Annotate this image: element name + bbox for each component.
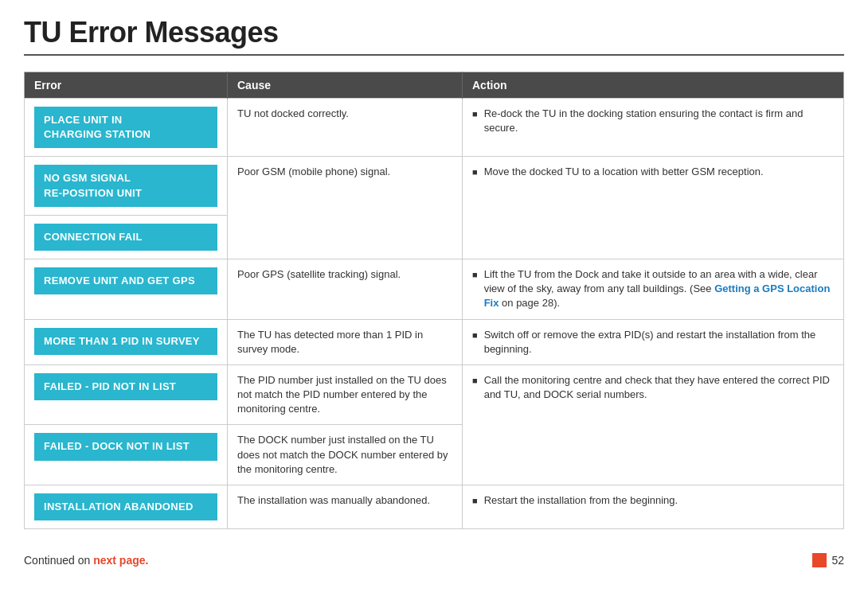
error-badge: CONNECTION FAIL	[34, 224, 217, 251]
error-cell: CONNECTION FAIL	[25, 215, 228, 259]
cause-cell: TU not docked correctly.	[228, 99, 463, 157]
cause-cell: The TU has detected more than 1 PID in s…	[228, 319, 463, 364]
table-row: REMOVE UNIT AND GET GPS Poor GPS (satell…	[25, 259, 844, 319]
error-cell: REMOVE UNIT AND GET GPS	[25, 259, 228, 319]
table-row: MORE THAN 1 PID IN SURVEY The TU has det…	[25, 319, 844, 364]
bullet-icon: ■	[472, 108, 478, 120]
cause-cell: The PID number just installed on the TU …	[228, 364, 463, 425]
error-cell: FAILED - DOCK NOT IN LIST	[25, 425, 228, 485]
gps-link[interactable]: Getting a GPS Location Fix	[484, 283, 831, 309]
page-number-icon	[812, 553, 827, 567]
bullet-icon: ■	[472, 269, 478, 281]
error-badge: NO GSM SIGNALRE-POSITION UNIT	[34, 165, 217, 206]
action-cell: ■Re-dock the TU in the docking station e…	[463, 99, 844, 157]
next-page-link[interactable]: next page.	[93, 554, 148, 567]
action-cell: ■Switch off or remove the extra PID(s) a…	[463, 319, 844, 364]
action-cell: ■Move the docked TU to a location with b…	[463, 157, 844, 259]
error-cell: NO GSM SIGNALRE-POSITION UNIT	[25, 157, 228, 215]
page-title: TU Error Messages	[24, 16, 844, 49]
error-badge: MORE THAN 1 PID IN SURVEY	[34, 328, 217, 355]
cause-cell: The installation was manually abandoned.	[228, 485, 463, 529]
cause-cell: The DOCK number just installed on the TU…	[228, 425, 463, 485]
bullet-icon: ■	[472, 495, 478, 507]
col-header-error: Error	[25, 72, 228, 99]
table-header-row: Error Cause Action	[25, 72, 844, 99]
action-cell: ■Restart the installation from the begin…	[463, 485, 844, 529]
action-cell: ■Call the monitoring centre and check th…	[463, 364, 844, 485]
title-divider	[24, 54, 844, 56]
cause-cell: Poor GSM (mobile phone) signal.	[228, 157, 463, 259]
error-badge: PLACE UNIT INCHARGING STATION	[34, 107, 217, 148]
page-number-area: 52	[812, 553, 844, 567]
error-cell: PLACE UNIT INCHARGING STATION	[25, 99, 228, 157]
table-row: PLACE UNIT INCHARGING STATION TU not doc…	[25, 99, 844, 157]
error-badge: FAILED - PID NOT IN LIST	[34, 373, 217, 400]
table-row: NO GSM SIGNALRE-POSITION UNIT Poor GSM (…	[25, 157, 844, 215]
bullet-icon: ■	[472, 375, 478, 387]
col-header-action: Action	[463, 72, 844, 99]
cause-cell: Poor GPS (satellite tracking) signal.	[228, 259, 463, 319]
col-header-cause: Cause	[228, 72, 463, 99]
error-badge: INSTALLATION ABANDONED	[34, 493, 217, 520]
error-table: Error Cause Action PLACE UNIT INCHARGING…	[24, 72, 844, 529]
error-badge: FAILED - DOCK NOT IN LIST	[34, 433, 217, 460]
table-row: FAILED - PID NOT IN LIST The PID number …	[25, 364, 844, 425]
bullet-icon: ■	[472, 329, 478, 341]
error-cell: MORE THAN 1 PID IN SURVEY	[25, 319, 228, 364]
page-number: 52	[831, 554, 844, 567]
action-cell: ■Lift the TU from the Dock and take it o…	[463, 259, 844, 319]
bullet-icon: ■	[472, 166, 478, 178]
table-row: INSTALLATION ABANDONED The installation …	[25, 485, 844, 529]
footer-continued-text: Continued on next page.	[24, 554, 148, 567]
error-cell: FAILED - PID NOT IN LIST	[25, 364, 228, 425]
error-badge: REMOVE UNIT AND GET GPS	[34, 267, 217, 294]
page-footer: Continued on next page. 52	[24, 553, 844, 567]
error-cell: INSTALLATION ABANDONED	[25, 485, 228, 529]
